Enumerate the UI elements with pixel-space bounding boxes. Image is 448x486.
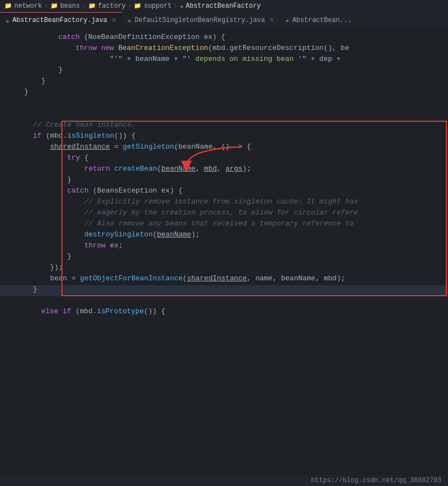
highlight-section: // Create bean instance. if (mbd.isSingl… (0, 121, 448, 296)
tab-default-singleton[interactable]: ☕ DefaultSingletonBeanRegistry.java × (122, 12, 280, 28)
code-line-elseif: else if (mbd.isPrototype()) { (0, 307, 448, 318)
breadcrumb: 📁 network › 📁 beans › 📁 factory › 📁 supp… (0, 0, 448, 12)
tab1-label: AbstractBeanFactory.java (13, 16, 107, 24)
breadcrumb-file: AbstractBeanFactory (186, 2, 261, 10)
tab3-icon: ☕ (286, 16, 290, 24)
sep2: › (82, 2, 86, 10)
bottom-bar: https://blog.csdn.net/qq_36882793 (0, 474, 448, 486)
tab1-icon: ☕ (5, 17, 9, 24)
code-line-try: try { (0, 154, 448, 165)
code-line-close-lambda: }); (0, 263, 448, 274)
tabs-bar: ☕ AbstractBeanFactory.java × ☕ DefaultSi… (0, 12, 448, 29)
breadcrumb-beans: beans (60, 2, 80, 10)
tab3-label: AbstractBean... (292, 16, 351, 24)
code-line-empty (0, 296, 448, 307)
sep1: › (44, 2, 48, 10)
breadcrumb-support: support (144, 2, 171, 10)
blog-url: https://blog.csdn.net/qq_36882793 (311, 477, 441, 484)
code-line-cmt2: // eagerly by the creation process, to a… (0, 208, 448, 219)
code-line-shared: sharedInstance = getSingleton(beanName, … (0, 143, 448, 154)
support-folder-icon: 📁 (134, 2, 141, 9)
code-line-comment: // Create bean instance. (0, 121, 448, 132)
tab-abstract-bean2[interactable]: ☕ AbstractBean... (280, 12, 358, 28)
tab-abstract-bean-factory[interactable]: ☕ AbstractBeanFactory.java × (0, 12, 122, 28)
code-content: catch (NoeBeanDefinitionException ex) { … (0, 29, 448, 486)
factory-folder-icon: 📁 (88, 2, 96, 9)
code-line: "'" + beanName + "' depends on missing b… (0, 55, 448, 66)
beans-folder-icon: 📁 (50, 2, 58, 9)
code-line: } (0, 77, 448, 88)
code-line-close-if: } (0, 285, 448, 296)
code-line-if: if (mbd.isSingleton()) { (0, 132, 448, 143)
code-line: } (0, 88, 448, 99)
breadcrumb-network: network (14, 2, 42, 10)
code-line: } (0, 66, 448, 77)
main-window: 📁 network › 📁 beans › 📁 factory › 📁 supp… (0, 0, 448, 486)
code-line: throw new BeanCreationException(mbd.getR… (0, 44, 448, 55)
sep3: › (128, 2, 132, 10)
code-line-close-try: } (0, 176, 448, 187)
code-line-close-catch: } (0, 252, 448, 263)
code-line-cmt1: // Explicitly remove instance from singl… (0, 197, 448, 208)
abstract-file-icon: ☕ (180, 2, 184, 9)
network-folder-icon: 📁 (4, 2, 12, 9)
breadcrumb-factory: factory (98, 2, 126, 10)
tab2-icon: ☕ (128, 16, 132, 24)
code-line-cmt3: // Also remove any beans that received a… (0, 219, 448, 230)
code-area: catch (NoeBeanDefinitionException ex) { … (0, 29, 448, 486)
code-line-catch: catch (BeansException ex) { (0, 187, 448, 197)
code-line-return: return createBean(beanName, mbd, args); (0, 165, 448, 176)
tab1-close[interactable]: × (111, 16, 116, 24)
code-line (0, 99, 448, 110)
tab2-close[interactable]: × (269, 16, 274, 24)
sep4: › (174, 2, 178, 10)
code-line-bean: bean = getObjectForBeanInstance(sharedIn… (0, 274, 448, 285)
tab2-label: DefaultSingletonBeanRegistry.java (134, 16, 265, 24)
code-line-destroy: destroySingleton(beanName); (0, 230, 448, 241)
code-line (0, 110, 448, 121)
code-line: catch (NoeBeanDefinitionException ex) { (0, 33, 448, 44)
code-line-throw: throw ex; (0, 241, 448, 252)
